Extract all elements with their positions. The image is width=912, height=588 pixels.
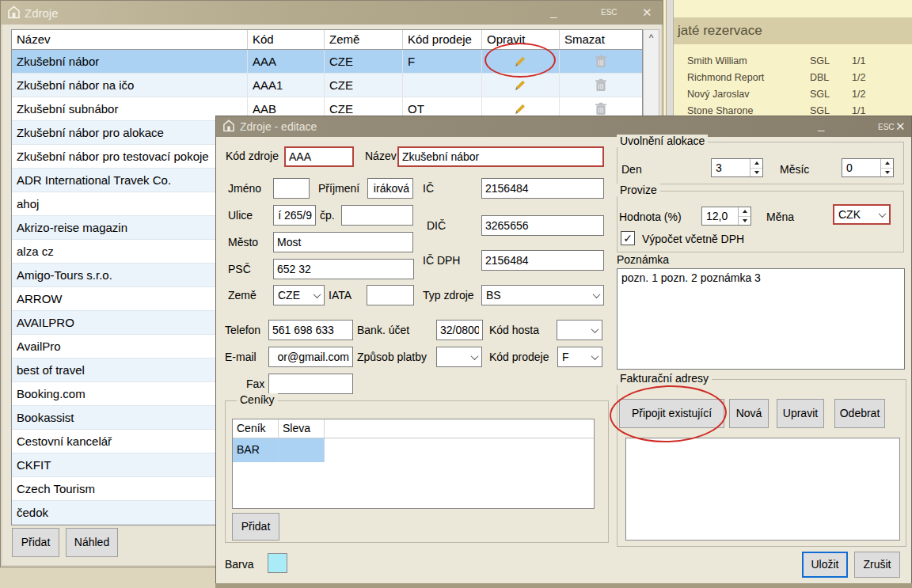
ic-input[interactable] — [481, 178, 604, 199]
spin-down-icon[interactable] — [750, 169, 762, 177]
trash-icon — [595, 55, 606, 68]
cp-input[interactable] — [341, 205, 413, 226]
typ-zdroje-label: Typ zdroje — [423, 289, 474, 302]
kod-prodeje-select[interactable]: F — [557, 347, 602, 367]
mena-select[interactable]: CZK — [833, 204, 891, 225]
fax-input[interactable] — [268, 374, 353, 394]
telefon-input[interactable] — [268, 320, 353, 340]
remove-address-button[interactable]: Odebrat — [834, 399, 885, 428]
close-icon[interactable]: ✕ — [895, 119, 906, 134]
scroll-up-icon[interactable]: ^ — [644, 32, 659, 44]
spin-up-icon[interactable] — [750, 159, 762, 169]
bank-ucet-input[interactable] — [436, 320, 483, 340]
esc-button[interactable]: ESC — [878, 123, 895, 131]
hodnota-label: Hodnota (%) — [619, 211, 682, 223]
table-row[interactable]: Zkušební náborAAACZEF — [12, 50, 642, 74]
reservation-row[interactable]: 6Richmond ReportDBL1/2 — [660, 72, 912, 85]
attach-existing-button[interactable]: Připojit existující — [619, 399, 724, 428]
guest-name: Nový Jaroslav — [687, 89, 750, 100]
dic-input[interactable] — [481, 215, 604, 236]
zpusob-platby-select[interactable] — [436, 347, 482, 367]
reservations-panel-title: jaté rezervace — [674, 17, 912, 44]
col-header-zeme[interactable]: Země — [325, 30, 403, 49]
new-address-button[interactable]: Nová — [729, 399, 769, 428]
ulice-input[interactable] — [273, 205, 316, 226]
table-row[interactable]: Zkušební nábor na ičoAAA1CZE — [12, 74, 642, 97]
dph-checkbox-label: Výpočet včetně DPH — [642, 233, 744, 245]
zpusob-platby-label: Způsob platby — [357, 351, 427, 363]
spin-down-icon[interactable] — [881, 169, 893, 177]
dph-checkbox[interactable]: ✓ — [621, 231, 635, 245]
col-header-kod[interactable]: Kód — [248, 30, 325, 49]
esc-button[interactable]: ESC — [601, 8, 618, 17]
email-input[interactable] — [268, 347, 353, 367]
mesto-input[interactable] — [273, 232, 413, 252]
col-header-opravit[interactable]: Opravit — [482, 30, 560, 49]
cancel-button[interactable]: Zrušit — [854, 552, 900, 578]
reservations-panel-top — [666, 0, 912, 17]
sleva-col-header[interactable]: Sleva — [279, 419, 325, 438]
edit-window-title: Zdroje - editace — [240, 120, 317, 133]
edit-address-button[interactable]: Upravit — [777, 399, 824, 428]
mesto-label: Město — [228, 236, 258, 248]
zdroje-table-header: Název Kód Země Kód prodeje Opravit Smaza… — [12, 30, 642, 50]
table-cell: AAA1 — [248, 74, 325, 97]
delete-row-button[interactable] — [560, 50, 642, 73]
ceniky-add-button[interactable]: Přidat — [232, 513, 279, 541]
iata-input[interactable] — [367, 285, 414, 305]
prijmeni-input[interactable] — [367, 178, 413, 199]
preview-button[interactable]: Náhled — [66, 528, 118, 557]
col-header-kod-prodeje[interactable]: Kód prodeje — [403, 30, 482, 49]
occupancy: 1/2 — [852, 89, 865, 100]
ceniky-row[interactable]: BAR — [233, 438, 594, 462]
fax-label: Fax — [246, 377, 264, 390]
add-source-button[interactable]: Přidat — [12, 528, 59, 557]
table-cell: čedok — [12, 501, 248, 524]
edit-row-button[interactable] — [482, 50, 560, 73]
jmeno-input[interactable] — [273, 178, 310, 199]
spin-down-icon[interactable] — [739, 217, 750, 226]
table-cell: F — [403, 50, 482, 73]
poznamka-textarea[interactable]: pozn. 1 pozn. 2 poznámka 3 — [617, 268, 905, 370]
addresses-list[interactable] — [625, 438, 900, 541]
zdroje-titlebar: Zdroje _ ESC ✕ — [1, 1, 663, 25]
hodnota-spinner[interactable]: 12,0 — [701, 207, 751, 226]
minimize-button[interactable]: _ — [550, 5, 557, 18]
cenik-col-header[interactable]: Ceník — [233, 419, 279, 438]
edit-row-button[interactable] — [482, 74, 560, 97]
delete-row-button[interactable] — [560, 74, 642, 97]
save-button[interactable]: Uložit — [802, 552, 848, 578]
sleva-cell — [279, 438, 325, 462]
den-spinner[interactable]: 3 — [711, 158, 763, 177]
col-header-smazat[interactable]: Smazat — [560, 30, 642, 49]
chevron-down-icon — [591, 352, 599, 360]
zdroje-window-title: Zdroje — [25, 6, 59, 20]
cp-label: čp. — [320, 209, 335, 222]
room-type: DBL — [810, 72, 829, 83]
kod-hosta-select[interactable] — [557, 320, 602, 340]
zeme-select[interactable]: CZE — [273, 285, 325, 305]
nazev-input[interactable] — [397, 146, 604, 167]
table-cell: Zkušební nábor pro alokace — [12, 121, 248, 144]
kod-zdroje-input[interactable] — [284, 146, 354, 167]
minimize-button[interactable]: _ — [818, 118, 824, 131]
typ-zdroje-select[interactable]: BS — [481, 285, 604, 305]
telefon-label: Telefon — [225, 324, 260, 336]
psc-input[interactable] — [273, 259, 414, 279]
col-header-nazev[interactable]: Název — [12, 30, 248, 49]
jmeno-label: Jméno — [228, 182, 261, 195]
house-icon — [7, 6, 21, 22]
ic-dph-input[interactable] — [481, 250, 604, 271]
close-icon[interactable]: ✕ — [642, 6, 652, 20]
table-cell: best of travel — [12, 358, 248, 381]
table-cell: Booking.com — [12, 382, 248, 405]
edit-titlebar: Zdroje - editace _ ESC ✕ — [216, 116, 911, 137]
spin-up-icon[interactable] — [881, 159, 893, 169]
table-cell: ADR International Travek Co. — [12, 169, 248, 192]
reservation-row[interactable]: 6Smith WilliamSGL1/1 — [660, 55, 912, 69]
poznamka-label: Poznámka — [617, 253, 669, 266]
spin-up-icon[interactable] — [739, 207, 750, 217]
mesic-spinner[interactable]: 0 — [842, 158, 894, 177]
barva-color-swatch[interactable] — [268, 553, 287, 573]
reservation-row[interactable]: 4Nový JaroslavSGL1/2 — [660, 89, 912, 102]
